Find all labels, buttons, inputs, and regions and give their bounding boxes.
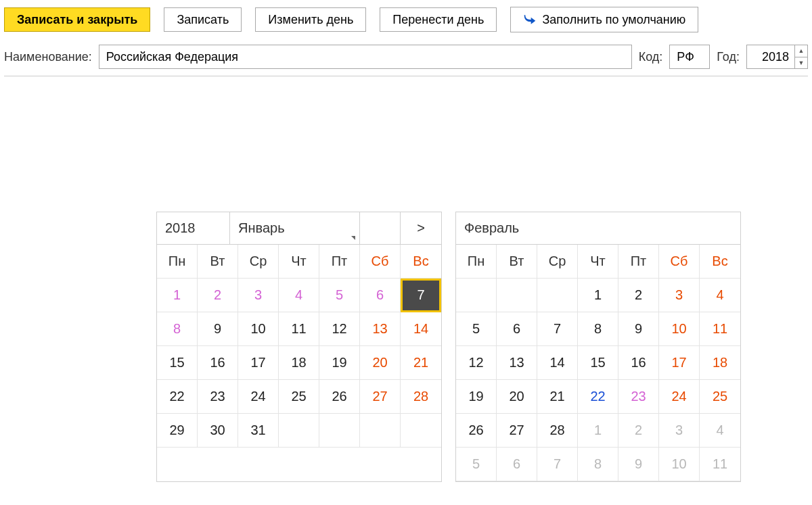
calendar-day[interactable]: 27 — [360, 380, 401, 414]
calendar-day[interactable]: 3 — [659, 414, 700, 448]
calendar-year[interactable]: 2018 — [157, 212, 230, 244]
calendar-day[interactable]: 2 — [198, 279, 238, 312]
calendar-day[interactable]: 21 — [401, 346, 441, 380]
calendar-day[interactable]: 22 — [157, 380, 198, 414]
calendar-day[interactable]: 27 — [497, 414, 537, 448]
weekday-header: Сб — [659, 245, 700, 279]
calendar-day[interactable]: 13 — [360, 312, 401, 346]
calendar-day[interactable]: 10 — [659, 312, 700, 346]
calendar-day[interactable]: 23 — [198, 380, 238, 414]
calendar-day[interactable]: 14 — [401, 312, 441, 346]
weekday-header: Пн — [456, 245, 497, 279]
calendar-day[interactable]: 3 — [659, 279, 700, 312]
calendar-day[interactable]: 26 — [456, 414, 497, 448]
calendar-day[interactable]: 18 — [279, 346, 319, 380]
calendar-day[interactable]: 25 — [700, 380, 740, 414]
calendar-day — [401, 414, 441, 448]
calendar-day[interactable]: 5 — [319, 279, 360, 312]
calendar-day[interactable]: 10 — [238, 312, 279, 346]
calendar-day[interactable]: 9 — [198, 312, 238, 346]
calendar-day[interactable]: 30 — [198, 414, 238, 448]
calendar-day[interactable]: 1 — [157, 279, 198, 312]
calendar-day[interactable]: 31 — [238, 414, 279, 448]
fill-arrow-icon — [523, 13, 537, 26]
move-day-button[interactable]: Перенести день — [380, 7, 497, 32]
code-input[interactable] — [669, 45, 710, 69]
calendar-day[interactable]: 24 — [238, 380, 279, 414]
calendar-day[interactable]: 18 — [700, 346, 740, 380]
calendar-day[interactable]: 29 — [157, 414, 198, 448]
weekday-header: Пт — [319, 245, 360, 279]
calendar-day[interactable]: 20 — [360, 346, 401, 380]
year-input[interactable] — [747, 45, 794, 68]
calendar-day[interactable]: 9 — [618, 448, 659, 481]
calendar-day[interactable]: 3 — [238, 279, 279, 312]
calendar-day[interactable]: 5 — [456, 312, 497, 346]
calendar-header: Февраль — [456, 212, 740, 245]
code-label: Код: — [639, 50, 663, 64]
name-input[interactable] — [99, 45, 632, 69]
year-label: Год: — [717, 50, 740, 64]
year-spinner[interactable]: ▲ ▼ — [746, 45, 808, 69]
calendar-next-button[interactable]: > — [401, 212, 441, 244]
calendar-day[interactable]: 6 — [497, 448, 537, 481]
calendar-prev-button — [360, 212, 401, 244]
chevron-right-icon: > — [417, 220, 425, 236]
calendar-day[interactable]: 15 — [157, 346, 198, 380]
calendar-day[interactable]: 28 — [537, 414, 578, 448]
calendar-day[interactable]: 7 — [537, 312, 578, 346]
calendar-header: 2018Январь> — [157, 212, 441, 245]
calendar-day[interactable]: 13 — [497, 346, 537, 380]
calendar-day[interactable]: 4 — [700, 414, 740, 448]
calendar-day[interactable]: 25 — [279, 380, 319, 414]
spinner-up-icon[interactable]: ▲ — [795, 45, 807, 57]
calendar-day[interactable]: 14 — [537, 346, 578, 380]
calendar-day[interactable]: 7 — [537, 448, 578, 481]
calendar-day[interactable]: 16 — [198, 346, 238, 380]
calendar-day[interactable]: 6 — [360, 279, 401, 312]
calendar-day[interactable]: 4 — [279, 279, 319, 312]
calendar-day[interactable]: 6 — [497, 312, 537, 346]
calendar-day[interactable]: 23 — [618, 380, 659, 414]
calendar-day[interactable]: 1 — [578, 414, 618, 448]
calendar-day[interactable]: 24 — [659, 380, 700, 414]
spinner-down-icon[interactable]: ▼ — [795, 57, 807, 69]
calendar-day[interactable]: 4 — [700, 279, 740, 312]
save-button[interactable]: Записать — [164, 7, 242, 32]
calendar-day[interactable]: 16 — [618, 346, 659, 380]
calendar-day — [456, 279, 497, 312]
calendar-day[interactable]: 10 — [659, 448, 700, 481]
toolbar: Записать и закрыть Записать Изменить ден… — [4, 7, 808, 32]
calendar-day[interactable]: 20 — [497, 380, 537, 414]
save-and-close-button[interactable]: Записать и закрыть — [4, 7, 150, 32]
calendar-month[interactable]: Январь — [230, 212, 360, 244]
calendar-day[interactable]: 2 — [618, 279, 659, 312]
calendar-day[interactable]: 26 — [319, 380, 360, 414]
calendar-day[interactable]: 9 — [618, 312, 659, 346]
calendar-day[interactable]: 17 — [238, 346, 279, 380]
calendar-day[interactable]: 5 — [456, 448, 497, 481]
calendar-day[interactable]: 12 — [456, 346, 497, 380]
calendar-day[interactable]: 12 — [319, 312, 360, 346]
calendar-day[interactable]: 22 — [578, 380, 618, 414]
calendar-day[interactable]: 2 — [618, 414, 659, 448]
calendar-day[interactable]: 8 — [578, 448, 618, 481]
calendar-day[interactable]: 17 — [659, 346, 700, 380]
calendar-day[interactable]: 8 — [578, 312, 618, 346]
calendar-day[interactable]: 8 — [157, 312, 198, 346]
calendar-day[interactable]: 1 — [578, 279, 618, 312]
calendar-day[interactable]: 15 — [578, 346, 618, 380]
change-day-button[interactable]: Изменить день — [255, 7, 366, 32]
calendar-grid: ПнВтСрЧтПтСбВс12345678910111213141516171… — [456, 245, 740, 481]
weekday-header: Чт — [578, 245, 618, 279]
calendar-day — [497, 279, 537, 312]
calendar-day[interactable]: 21 — [537, 380, 578, 414]
calendar-day[interactable]: 11 — [700, 312, 740, 346]
calendar-day[interactable]: 11 — [279, 312, 319, 346]
calendar-day[interactable]: 19 — [456, 380, 497, 414]
calendar-day[interactable]: 28 — [401, 380, 441, 414]
calendar-day[interactable]: 11 — [700, 448, 740, 481]
calendar-day[interactable]: 7 — [401, 279, 441, 312]
calendar-day[interactable]: 19 — [319, 346, 360, 380]
fill-default-button[interactable]: Заполнить по умолчанию — [510, 7, 698, 32]
